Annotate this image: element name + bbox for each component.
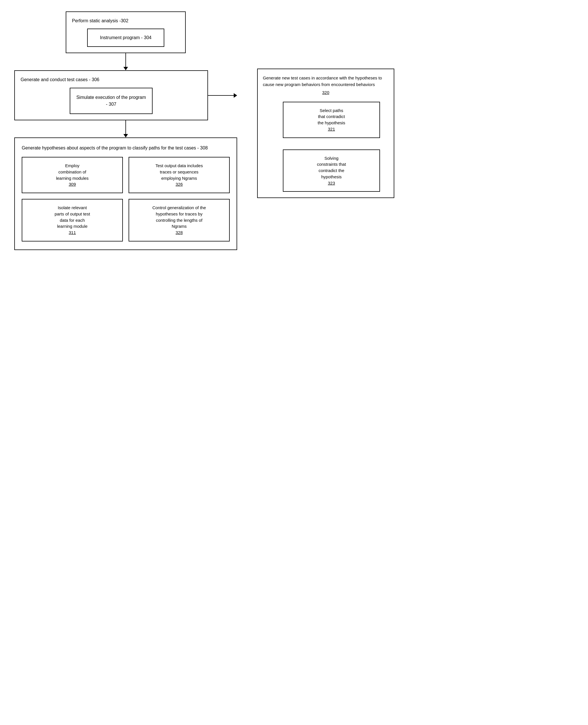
box-311-label: Isolate relevantparts of output testdata… [55,205,90,229]
box-306-title: Generate and conduct test cases - 306 [21,77,202,83]
box-328: Control generalization of thehypotheses … [129,199,230,242]
box-328-number: 328 [175,230,183,235]
box-320-label: Generate new test cases in accordance wi… [263,76,382,87]
box-311-number: 311 [68,230,76,235]
box-308-title: Generate hypotheses about aspects of the… [22,145,230,151]
box-309-label: Employcombination oflearning modules [56,163,88,181]
right-column: Generate new test cases in accordance wi… [240,68,388,198]
box-309-number: 309 [68,182,76,187]
box-304-label: Instrument program - 304 [100,35,152,40]
box-320-number: 320 [263,89,388,96]
box-323: Solvingconstraints thatcontradict thehyp… [283,149,380,192]
box-323-label: Solvingconstraints thatcontradict thehyp… [317,156,346,179]
box-308: Generate hypotheses about aspects of the… [14,138,237,250]
box-307-label: Simulate execution of the program - 307 [76,95,146,107]
box-302-title: Perform static analysis -302 [72,18,180,24]
box-304: Instrument program - 304 [87,28,164,47]
arrow-306-to-308 [14,120,237,138]
box-320: Generate new test cases in accordance wi… [257,68,394,198]
box-328-label: Control generalization of thehypotheses … [152,205,206,229]
box-326-number: 326 [175,182,183,187]
box-309: Employcombination oflearning modules 309 [22,157,123,193]
box-307: Simulate execution of the program - 307 [70,88,152,114]
box-323-number: 323 [328,181,335,185]
box-326-label: Test output data includestraces or seque… [155,163,203,181]
box-321-label: Select pathsthat contradictthe hypothesi… [318,108,345,125]
arrow-306-to-right [208,93,237,98]
box-302: Perform static analysis -302 Instrument … [66,12,186,53]
box-326: Test output data includestraces or seque… [129,157,230,193]
box-311: Isolate relevantparts of output testdata… [22,199,123,242]
arrow-302-to-306 [123,53,128,70]
diagram: Perform static analysis -302 Instrument … [12,12,576,250]
box-321-number: 321 [328,127,335,131]
box-308-grid: Employcombination oflearning modules 309… [22,157,230,242]
box-306: Generate and conduct test cases - 306 Si… [14,70,208,120]
left-column: Perform static analysis -302 Instrument … [12,12,240,250]
box-321: Select pathsthat contradictthe hypothesi… [283,102,380,138]
